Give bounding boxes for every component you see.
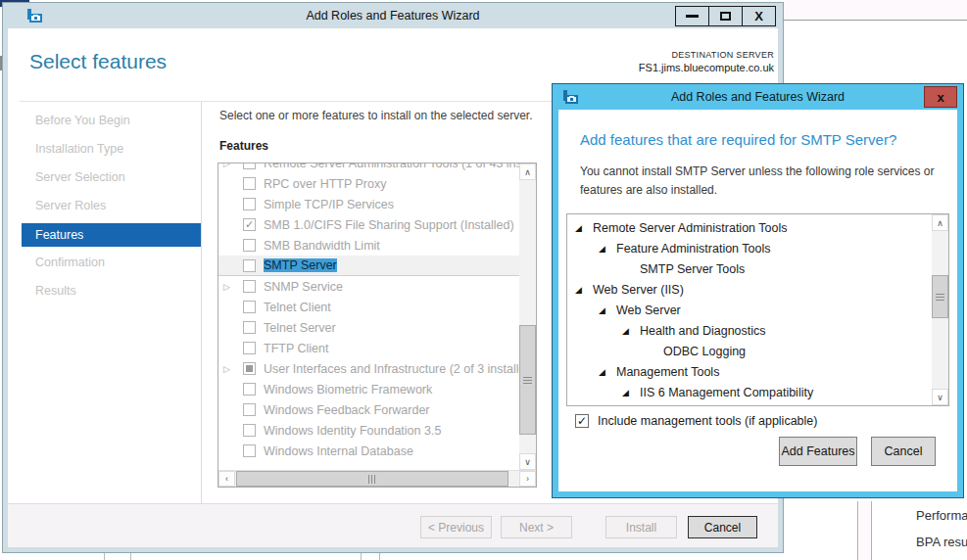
tree-item-label: Management Tools [616,365,719,379]
dialog-cancel-button[interactable]: Cancel [871,437,936,466]
feature-checkbox[interactable] [243,362,256,375]
feature-label: SMB 1.0/CIFS File Sharing Support (Insta… [264,218,514,232]
feature-row-smb-bandwidth-limit[interactable]: SMB Bandwidth Limit [218,235,519,256]
feature-checkbox[interactable] [243,218,256,231]
scroll-down-arrow[interactable]: ∨ [519,453,536,470]
feature-checkbox[interactable] [243,301,256,313]
tree-row-web-server[interactable]: ◢Web Server [567,300,932,320]
scroll-up-arrow[interactable]: ∧ [932,214,948,231]
thumb-grip [523,376,532,384]
background-table-line [379,553,380,560]
scroll-left-arrow[interactable]: ‹ [218,471,235,487]
tree-row-management-tools[interactable]: ◢Management Tools [567,361,932,382]
thumb-grip [936,293,944,301]
destination-label: DESTINATION SERVER [639,50,774,60]
close-button[interactable]: X [742,6,776,26]
feature-row-tftp-client[interactable]: TFTP Client [218,338,519,358]
feature-row-rpc-over-http-proxy[interactable]: RPC over HTTP Proxy [218,173,519,194]
feature-row-smtp-server[interactable]: SMTP Server [218,256,519,276]
expand-expanded-icon[interactable]: ◢ [599,305,609,315]
thumb-grip [368,475,376,484]
feature-label: SMTP Server [264,258,337,272]
destination-server: FS1.jims.bluecompute.co.uk [639,62,774,73]
scroll-right-arrow[interactable]: › [519,471,536,487]
vertical-scroll-thumb[interactable] [932,275,948,318]
expand-expanded-icon[interactable]: ◢ [575,285,586,295]
expand-expanded-icon[interactable]: ◢ [575,223,586,233]
add-features-button[interactable]: Add Features [779,437,857,466]
cancel-button[interactable]: Cancel [688,516,757,538]
dialog-window: Add Roles and Features Wizard x Add feat… [552,83,964,498]
feature-row-smb-1-0-cifs-file-sharing-support-installed[interactable]: SMB 1.0/CIFS File Sharing Support (Insta… [218,214,519,235]
tree-item-label: Feature Administration Tools [616,242,771,256]
page-title: Select features [29,50,167,73]
maximize-icon [720,12,731,21]
scroll-up-arrow[interactable]: ∧ [519,163,536,180]
feature-row-windows-identity-foundation-3-5[interactable]: Windows Identity Foundation 3.5 [218,420,519,441]
tree-row-smtp-server-tools[interactable]: SMTP Server Tools [567,258,932,279]
feature-label: TFTP Client [264,342,328,355]
feature-label: Telnet Server [264,321,336,335]
maximize-button[interactable] [708,6,743,26]
feature-checkbox[interactable] [243,198,256,210]
vertical-scrollbar[interactable]: ∧ ∨ [519,163,536,470]
expand-expanded-icon[interactable]: ◢ [622,388,633,397]
feature-row-windows-feedback-forwarder[interactable]: Windows Feedback Forwarder [218,399,519,420]
tree-row-health-and-diagnostics[interactable]: ◢Health and Diagnostics [567,320,932,341]
dialog-close-button[interactable]: x [924,86,957,108]
tree-row-remote-server-administration-tools[interactable]: ◢Remote Server Administration Tools [567,217,932,238]
tree-item-label: IIS 6 Management Compatibility [640,386,813,399]
feature-label: SNMP Service [264,280,343,294]
feature-label: Simple TCP/IP Services [264,198,394,211]
horizontal-scroll-thumb[interactable] [236,471,508,487]
instruction-text: Select one or more features to install o… [219,109,533,122]
close-icon: x [937,91,943,104]
feature-label: Windows Biometric Framework [264,383,432,397]
minimize-button[interactable] [675,6,709,26]
tree-row-odbc-logging[interactable]: ODBC Logging [567,341,932,361]
dialog-body-text: You cannot install SMTP Server unless th… [580,163,956,199]
feature-row-windows-biometric-framework[interactable]: Windows Biometric Framework [218,379,519,399]
feature-checkbox[interactable] [243,383,256,396]
include-tools-checkbox[interactable] [575,414,589,428]
sidebar-item-features[interactable]: Features [22,223,201,247]
feature-checkbox[interactable] [243,403,256,416]
feature-row-simple-tcp-ip-services[interactable]: Simple TCP/IP Services [218,194,519,214]
background-table-line [104,553,105,560]
feature-row-telnet-server[interactable]: Telnet Server [218,317,519,338]
tree-row-feature-administration-tools[interactable]: ◢Feature Administration Tools [567,238,932,258]
expand-expanded-icon[interactable]: ◢ [599,244,609,254]
feature-checkbox[interactable] [243,342,256,354]
wizard-nav: Before You BeginInstallation TypeServer … [22,107,201,305]
expand-collapsed-icon[interactable]: ▷ [223,282,237,292]
feature-row-snmp-service[interactable]: ▷SNMP Service [218,276,519,297]
feature-checkbox[interactable] [243,177,256,190]
include-tools-label: Include management tools (if applicable) [598,414,817,428]
feature-checkbox[interactable] [243,280,256,293]
scroll-down-arrow[interactable]: ∨ [932,389,948,405]
feature-checkbox[interactable] [243,321,256,334]
expand-collapsed-icon[interactable]: ▷ [223,163,237,168]
feature-row-telnet-client[interactable]: Telnet Client [218,297,519,317]
vertical-scroll-thumb[interactable] [519,325,536,435]
features-list-viewport: ▷Remote Server Administration Tools (1 o… [218,163,519,470]
expand-collapsed-icon[interactable]: ▷ [223,364,237,374]
sidebar-item-confirmation: Confirmation [22,249,201,277]
tree-row-iis-6-management-compatibility[interactable]: ◢IIS 6 Management Compatibility [567,382,932,402]
tree-vertical-scrollbar[interactable]: ∧ ∨ [932,214,948,405]
feature-label: Remote Server Administration Tools (1 of… [264,163,519,170]
horizontal-scrollbar[interactable]: ‹ › [218,470,536,487]
feature-checkbox[interactable] [243,163,256,169]
expand-expanded-icon[interactable]: ◢ [599,367,609,377]
dialog-heading: Add features that are required for SMTP … [580,131,896,148]
feature-row-windows-internal-database[interactable]: Windows Internal Database [218,441,519,461]
feature-row-remote-server-administration-tools-1-of-43-installed[interactable]: ▷Remote Server Administration Tools (1 o… [218,163,519,173]
background-app-column [857,501,872,560]
feature-checkbox[interactable] [243,444,256,457]
expand-expanded-icon[interactable]: ◢ [622,326,633,336]
feature-checkbox[interactable] [243,259,256,272]
feature-checkbox[interactable] [243,424,256,437]
feature-row-user-interfaces-and-infrastructure-2-of-3-installed[interactable]: ▷User Interfaces and Infrastructure (2 o… [218,358,519,379]
tree-row-web-server-iis[interactable]: ◢Web Server (IIS) [567,279,932,300]
feature-checkbox[interactable] [243,239,256,252]
